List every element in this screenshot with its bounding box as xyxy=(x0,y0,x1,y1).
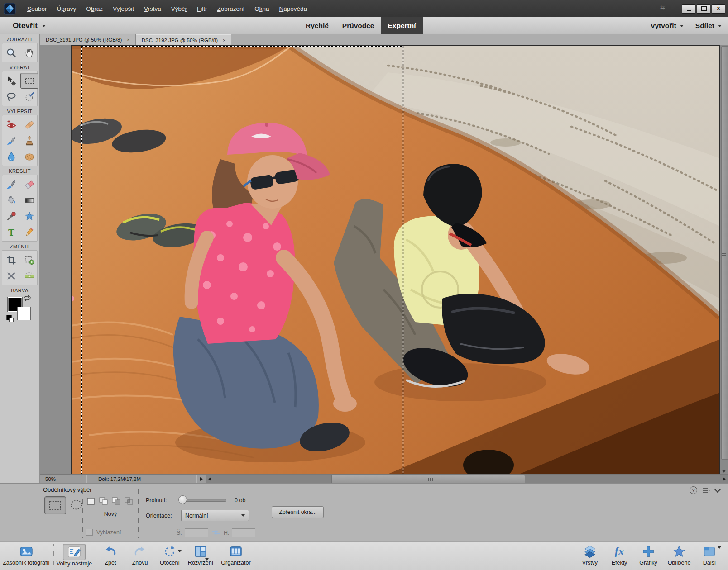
type-tool-button[interactable]: T xyxy=(2,224,20,240)
redo-icon xyxy=(133,545,147,558)
layout-button[interactable]: Rozvržení xyxy=(185,542,216,570)
organizer-button[interactable]: Organizátor xyxy=(216,542,255,570)
custom-shape-tool-button[interactable] xyxy=(20,208,38,224)
content-aware-move-tool-button[interactable] xyxy=(2,268,20,284)
flyout-arrow-icon xyxy=(200,477,203,481)
undo-button[interactable]: Zpět xyxy=(96,542,125,570)
zoom-tool-button[interactable] xyxy=(2,45,20,61)
canvas-area[interactable] xyxy=(40,45,720,474)
close-button[interactable]: X xyxy=(712,4,725,14)
menu-vyber[interactable]: Výběr xyxy=(166,1,192,16)
close-tab-icon[interactable]: × xyxy=(222,38,226,43)
link-dimensions-icon[interactable] xyxy=(211,529,221,536)
height-input[interactable] xyxy=(232,528,255,537)
menu-vylepsit[interactable]: Vylepšit xyxy=(108,1,139,16)
redo-button[interactable]: Znovu xyxy=(125,542,155,570)
feather-slider-track[interactable] xyxy=(182,499,226,502)
paint-bucket-tool-button[interactable] xyxy=(2,192,20,208)
red-eye-removal-tool-button[interactable] xyxy=(2,117,20,133)
intersect-selection-button[interactable] xyxy=(123,496,134,507)
panel-menu-icon[interactable] xyxy=(703,488,710,493)
smart-brush-tool-button[interactable] xyxy=(2,133,20,148)
photo-bin-button[interactable]: Zásobník fotografií xyxy=(0,542,53,570)
add-to-selection-button[interactable] xyxy=(98,496,109,507)
menu-filtr[interactable]: Filtr xyxy=(192,1,212,16)
graphics-button[interactable]: Grafiky xyxy=(634,542,663,570)
maximize-button[interactable] xyxy=(697,4,710,14)
favorites-button[interactable]: Oblíbené xyxy=(663,542,695,570)
swap-colors-icon[interactable] xyxy=(23,295,32,301)
scroll-left-button[interactable] xyxy=(206,475,213,483)
tab-expertni[interactable]: Expertní xyxy=(381,17,422,34)
menu-obraz[interactable]: Obraz xyxy=(81,1,108,16)
tool-options-button[interactable]: Volby nástroje xyxy=(55,542,94,570)
refine-edge-button[interactable]: Zpřesnit okra... xyxy=(272,506,324,518)
close-tab-icon[interactable]: × xyxy=(126,37,130,43)
document-tab[interactable]: DSC_3191.JPG @ 50% (RGB/8) × xyxy=(40,34,136,45)
level-icon xyxy=(24,271,35,281)
rectangular-marquee-tool-button[interactable] xyxy=(20,73,38,89)
horizontal-scrollbar-thumb[interactable] xyxy=(331,475,526,484)
lasso-tool-button[interactable] xyxy=(2,89,20,104)
tab-pruvodce[interactable]: Průvodce xyxy=(335,17,381,34)
gradient-tool-button[interactable] xyxy=(20,192,38,208)
document-tab-active[interactable]: DSC_3192.JPG @ 50% (RGB/8) × xyxy=(136,34,232,45)
move-tool-button[interactable] xyxy=(2,73,20,89)
minimize-button[interactable] xyxy=(682,4,695,14)
eyedropper-tool-button[interactable] xyxy=(2,208,20,224)
vertical-scrollbar-thumb[interactable] xyxy=(721,46,728,460)
layers-button[interactable]: Vrstvy xyxy=(575,542,605,570)
status-flyout-button[interactable] xyxy=(197,475,206,483)
sponge-tool-button[interactable] xyxy=(20,148,38,164)
plus-icon xyxy=(641,545,656,558)
rectangular-marquee-option-button[interactable] xyxy=(44,496,66,514)
menu-upravy[interactable]: Úpravy xyxy=(52,1,81,16)
feather-slider-thumb[interactable] xyxy=(178,495,187,504)
fx-icon: fx xyxy=(612,545,627,558)
recompose-tool-button[interactable] xyxy=(20,252,38,268)
dock-window-icon[interactable]: ⇆ xyxy=(660,4,665,14)
pencil-tool-button[interactable] xyxy=(20,224,38,240)
photo-canvas-dune-kids[interactable] xyxy=(71,45,720,474)
straighten-tool-button[interactable] xyxy=(20,268,38,284)
blur-tool-button[interactable] xyxy=(2,148,20,164)
vertical-scrollbar[interactable] xyxy=(720,45,728,474)
menu-soubor[interactable]: Soubor xyxy=(22,1,52,16)
help-icon[interactable]: ? xyxy=(690,486,697,494)
collapse-panel-icon[interactable] xyxy=(714,486,721,492)
eraser-tool-button[interactable] xyxy=(20,176,38,192)
scroll-down-icon[interactable] xyxy=(722,470,726,473)
rotate-button[interactable]: Otočení xyxy=(155,542,185,570)
crop-icon xyxy=(6,255,17,266)
create-button[interactable]: Vytvořit xyxy=(651,22,684,30)
orientation-dropdown[interactable]: Normální xyxy=(181,510,249,521)
menu-okna[interactable]: Okna xyxy=(249,1,274,16)
brush-tool-button[interactable] xyxy=(2,176,20,192)
tab-rychle[interactable]: Rychlé xyxy=(299,17,335,34)
open-button[interactable]: Otevřít xyxy=(8,17,50,34)
window-controls: ⇆ X xyxy=(660,4,725,14)
elliptical-marquee-option-button[interactable] xyxy=(66,496,87,513)
default-colors-icon[interactable] xyxy=(6,315,12,320)
crop-tool-button[interactable] xyxy=(2,252,20,268)
menu-zobrazeni[interactable]: Zobrazení xyxy=(212,1,249,16)
document-tab-bar: DSC_3191.JPG @ 50% (RGB/8) × DSC_3192.JP… xyxy=(40,34,728,46)
effects-button[interactable]: fx Efekty xyxy=(605,542,634,570)
eraser-icon xyxy=(24,179,35,190)
menu-vrstva[interactable]: Vrstva xyxy=(139,1,166,16)
width-input[interactable] xyxy=(185,528,208,537)
quick-selection-tool-button[interactable] xyxy=(20,89,38,104)
scroll-right-button[interactable] xyxy=(721,475,728,483)
new-selection-button[interactable] xyxy=(85,496,96,507)
antialias-checkbox[interactable] xyxy=(86,529,93,536)
subtract-from-selection-button[interactable] xyxy=(110,496,122,507)
clone-stamp-tool-button[interactable] xyxy=(20,133,38,148)
horizontal-scrollbar[interactable] xyxy=(206,475,728,483)
zoom-level-field[interactable]: 50% xyxy=(40,475,87,483)
spot-healing-brush-tool-button[interactable] xyxy=(20,117,38,133)
menu-napoveda[interactable]: Nápověda xyxy=(274,1,312,16)
more-button[interactable]: Další xyxy=(695,542,723,570)
hand-tool-button[interactable] xyxy=(20,45,38,61)
share-button[interactable]: Sdílet xyxy=(695,22,722,30)
background-color-swatch[interactable] xyxy=(17,307,31,320)
